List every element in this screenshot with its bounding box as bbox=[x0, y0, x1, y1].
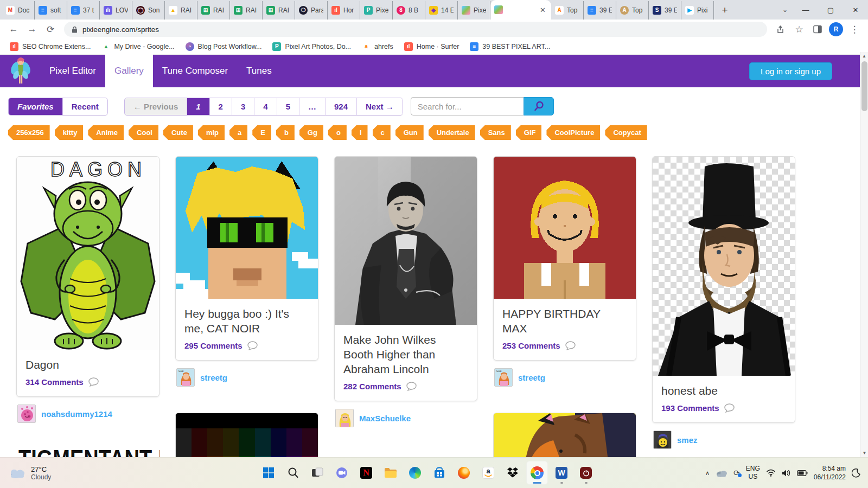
clock[interactable]: 8:54 am 06/11/2022 bbox=[814, 464, 846, 481]
browser-tab[interactable]: ılı LOV bbox=[100, 1, 132, 20]
dagon-dragon-image[interactable]: DAGON bbox=[17, 157, 159, 350]
url-text[interactable]: pixieengine.com/sprites bbox=[82, 25, 159, 34]
pagination-page[interactable]: 2 bbox=[209, 98, 232, 115]
address-bar[interactable]: pixieengine.com/sprites bbox=[64, 22, 767, 37]
search-input[interactable] bbox=[411, 97, 524, 115]
browser-tab[interactable]: ⊞ RAI bbox=[197, 1, 230, 20]
pagination-page[interactable]: 3 bbox=[232, 98, 254, 115]
word-icon[interactable]: W bbox=[551, 461, 572, 485]
browser-tab[interactable]: ≡ 39 E bbox=[584, 1, 616, 20]
tag-button[interactable]: b bbox=[276, 125, 295, 140]
tag-button[interactable]: Cool bbox=[129, 125, 158, 140]
comments-link[interactable]: 282 Comments bbox=[343, 382, 401, 391]
close-button[interactable]: ✕ bbox=[843, 0, 868, 20]
tag-button[interactable]: Gg bbox=[299, 125, 323, 140]
weather-widget[interactable]: 27°C Cloudy bbox=[0, 465, 60, 481]
minimize-button[interactable]: — bbox=[793, 0, 818, 20]
browser-tab[interactable]: M Doc bbox=[2, 1, 35, 20]
amazon-icon[interactable]: a bbox=[477, 461, 499, 485]
maximize-button[interactable]: ▢ bbox=[818, 0, 843, 20]
browser-tab[interactable]: P Pixe bbox=[360, 1, 393, 20]
tag-button[interactable]: Cute bbox=[163, 125, 193, 140]
browser-tab[interactable]: ıl Hor bbox=[328, 1, 360, 20]
avatar[interactable] bbox=[653, 431, 672, 449]
task-view-icon[interactable] bbox=[307, 461, 328, 485]
author-link[interactable]: smez bbox=[677, 435, 698, 445]
tag-button[interactable]: mlp bbox=[198, 125, 225, 140]
pagination-page[interactable]: 5 bbox=[277, 98, 299, 115]
browser-tab[interactable]: S 39 E bbox=[649, 1, 681, 20]
forward-icon[interactable]: → bbox=[24, 21, 40, 37]
volume-icon[interactable] bbox=[782, 469, 791, 477]
sprite-card[interactable]: Hey bugga boo :) It's me, CAT NOIR 295 C… bbox=[175, 156, 318, 361]
browser-tab[interactable]: ▶ Pixi bbox=[681, 1, 714, 20]
avatar[interactable]: Gue bbox=[494, 368, 513, 387]
nav-tunes[interactable]: Tunes bbox=[237, 54, 281, 88]
chrome-icon[interactable] bbox=[526, 461, 548, 485]
windows-start-icon[interactable] bbox=[258, 461, 279, 485]
microsoft-store-icon[interactable] bbox=[429, 461, 450, 485]
browser-tab[interactable]: ⊞ RAI bbox=[263, 1, 295, 20]
sprite-card[interactable]: HAPPY BIRTHDAY MAX 253 Comments bbox=[493, 156, 636, 361]
blond-boy-pixel-image[interactable] bbox=[494, 157, 636, 299]
menu-dots-icon[interactable]: ⋮ bbox=[846, 21, 863, 37]
tag-button[interactable]: a bbox=[229, 125, 247, 140]
card-title[interactable]: Make John Wilkes Booth Higher than Abrah… bbox=[343, 332, 468, 376]
browser-tab[interactable]: Pixe bbox=[458, 1, 490, 20]
author-link[interactable]: MaxSchuelke bbox=[359, 414, 411, 423]
sync-icon[interactable]: ⟳ bbox=[733, 468, 740, 477]
card-title[interactable]: HAPPY BIRTHDAY MAX bbox=[502, 306, 627, 336]
profile-avatar[interactable]: R bbox=[829, 22, 843, 36]
card-title[interactable]: honest abe bbox=[661, 383, 786, 398]
browser-tab[interactable]: 8 8 B bbox=[393, 1, 425, 20]
reload-icon[interactable]: ⟳ bbox=[42, 21, 59, 37]
onedrive-icon[interactable] bbox=[716, 469, 727, 477]
tag-button[interactable]: o bbox=[328, 125, 347, 140]
avatar[interactable]: Gue bbox=[176, 368, 195, 387]
tag-button[interactable]: GIF bbox=[516, 125, 542, 140]
browser-tab[interactable]: ◆ 14 E bbox=[425, 1, 458, 20]
author-link[interactable]: streetg bbox=[518, 373, 545, 382]
share-icon[interactable] bbox=[773, 21, 789, 37]
bookmark-item[interactable]: ≡ 39 BEST PIXEL ART... bbox=[465, 41, 554, 53]
browser-tab[interactable]: A Top bbox=[551, 1, 584, 20]
tab-close-icon[interactable]: ✕ bbox=[538, 5, 547, 15]
battery-icon[interactable] bbox=[797, 470, 808, 476]
filter-favorites[interactable]: Favorites bbox=[9, 98, 62, 115]
sprite-card[interactable]: Make John Wilkes Booth Higher than Abrah… bbox=[334, 156, 477, 401]
scroll-down-icon[interactable]: ▼ bbox=[860, 449, 868, 457]
card-title[interactable]: Hey bugga boo :) It's me, CAT NOIR bbox=[184, 306, 309, 336]
tag-button[interactable]: CoolPicture bbox=[546, 125, 600, 140]
pagination-page[interactable]: 924 bbox=[325, 98, 356, 115]
author-link[interactable]: noahsdummy1214 bbox=[41, 409, 112, 419]
tag-button[interactable]: Sans bbox=[480, 125, 511, 140]
filter-recent[interactable]: Recent bbox=[62, 98, 107, 115]
comments-link[interactable]: 253 Comments bbox=[502, 341, 560, 350]
avatar[interactable] bbox=[335, 409, 354, 427]
language-indicator[interactable]: ENG US bbox=[746, 465, 760, 481]
side-panel-icon[interactable] bbox=[809, 21, 826, 37]
back-icon[interactable]: ← bbox=[5, 21, 22, 37]
bookmark-star-icon[interactable]: ☆ bbox=[791, 21, 807, 37]
sprite-card[interactable]: honest abe 193 Comments bbox=[652, 156, 795, 423]
comments-link[interactable]: 193 Comments bbox=[661, 403, 719, 413]
comments-link[interactable]: 314 Comments bbox=[25, 377, 84, 387]
scrollbar-thumb[interactable] bbox=[861, 61, 867, 111]
file-explorer-icon[interactable] bbox=[380, 461, 401, 485]
bookmark-item[interactable]: ıl SEO Chrome Extens... bbox=[5, 41, 95, 53]
browser-tab[interactable]: ▲ RAI bbox=[165, 1, 197, 20]
tag-button[interactable]: c bbox=[373, 125, 391, 140]
bookmark-item[interactable]: ıl Home · Surfer bbox=[400, 41, 464, 53]
john-wilkes-booth-photo[interactable] bbox=[335, 157, 477, 325]
browser-tab[interactable]: ≡ soft bbox=[35, 1, 67, 20]
pagination-page[interactable]: 4 bbox=[254, 98, 276, 115]
scroll-up-icon[interactable]: ▲ bbox=[860, 52, 868, 60]
browser-tab[interactable]: ❍ Para bbox=[295, 1, 328, 20]
tag-button[interactable]: Anime bbox=[88, 125, 124, 140]
browser-tab[interactable]: ✕ bbox=[490, 0, 551, 20]
nav-tune-composer[interactable]: Tune Composer bbox=[153, 54, 237, 88]
tag-button[interactable]: 256x256 bbox=[8, 125, 50, 140]
lock-icon[interactable] bbox=[72, 26, 78, 33]
browser-tab[interactable]: ≡ 37 t bbox=[67, 1, 100, 20]
chat-icon[interactable] bbox=[331, 461, 353, 485]
